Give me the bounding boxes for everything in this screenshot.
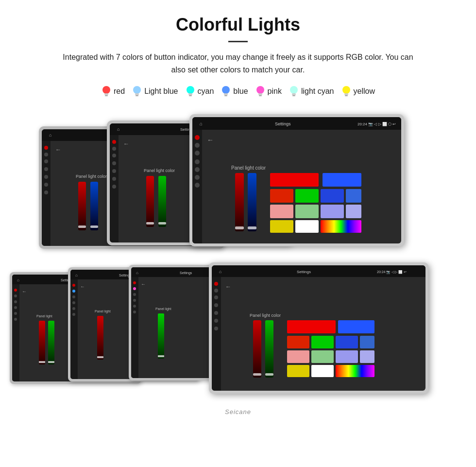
color-item-yellow: yellow xyxy=(341,85,375,98)
svg-point-28 xyxy=(44,153,48,156)
svg-point-147 xyxy=(214,282,218,286)
svg-point-0 xyxy=(102,86,110,94)
svg-point-52 xyxy=(112,185,116,189)
svg-text:Panel light: Panel light xyxy=(155,307,171,311)
svg-text:Settings: Settings xyxy=(275,121,291,126)
svg-point-12 xyxy=(256,86,264,94)
svg-point-46 xyxy=(112,140,116,144)
svg-rect-36 xyxy=(78,182,86,230)
color-item-blue: blue xyxy=(221,85,248,98)
svg-text:←: ← xyxy=(55,146,61,153)
svg-text:⌂: ⌂ xyxy=(117,127,119,132)
svg-rect-169 xyxy=(360,350,374,363)
svg-point-116 xyxy=(72,290,75,293)
svg-rect-89 xyxy=(295,220,319,233)
svg-point-148 xyxy=(214,289,218,293)
color-label-pink: pink xyxy=(268,87,282,96)
svg-rect-162 xyxy=(287,336,309,348)
svg-rect-77 xyxy=(248,226,256,229)
bulb-icon-red xyxy=(101,85,112,98)
svg-rect-82 xyxy=(321,189,344,203)
svg-text:←: ← xyxy=(123,140,129,147)
svg-rect-20 xyxy=(345,95,348,96)
svg-point-33 xyxy=(44,190,48,194)
svg-rect-19 xyxy=(344,93,348,95)
svg-rect-13 xyxy=(258,93,262,95)
svg-rect-159 xyxy=(265,373,273,376)
svg-text:20:24 📷 ◁ ▷ ⬜ ⬡ ↩: 20:24 📷 ◁ ▷ ⬜ ⬡ ↩ xyxy=(357,121,396,126)
svg-point-133 xyxy=(133,293,136,296)
device-3: ⌂ Settings 20:24 📷 ◁ ▷ ⬜ ⬡ ↩ ← Panel lig… xyxy=(189,114,404,246)
svg-text:⌂: ⌂ xyxy=(17,278,19,282)
svg-rect-86 xyxy=(321,205,344,218)
svg-rect-160 xyxy=(287,320,336,333)
svg-rect-83 xyxy=(346,189,361,203)
color-label-lightblue: Light blue xyxy=(144,87,178,96)
svg-text:←: ← xyxy=(207,136,214,144)
svg-point-50 xyxy=(112,169,116,173)
svg-point-68 xyxy=(195,159,200,164)
svg-text:Panel light: Panel light xyxy=(95,310,111,313)
svg-point-3 xyxy=(133,86,141,94)
svg-rect-87 xyxy=(346,205,361,218)
svg-point-18 xyxy=(342,86,350,94)
svg-point-51 xyxy=(112,177,116,181)
svg-point-101 xyxy=(14,312,17,315)
svg-point-9 xyxy=(222,86,230,94)
color-item-lightcyan: light cyan xyxy=(289,85,334,98)
svg-point-67 xyxy=(195,151,200,156)
svg-point-66 xyxy=(195,143,200,148)
bulb-icon-lightblue xyxy=(132,85,142,98)
svg-point-152 xyxy=(214,319,218,323)
svg-point-70 xyxy=(195,175,200,180)
svg-rect-57 xyxy=(146,222,154,225)
svg-point-47 xyxy=(112,147,116,151)
svg-point-15 xyxy=(290,86,298,94)
svg-point-31 xyxy=(44,175,48,179)
svg-rect-2 xyxy=(105,95,108,96)
device-7: ⌂ Settings 20:24 📷 ◁ ▷ ⬜ ↩ ← Panel light… xyxy=(209,262,428,394)
svg-rect-38 xyxy=(78,225,86,228)
svg-text:⌂: ⌂ xyxy=(49,133,51,138)
svg-rect-80 xyxy=(270,189,293,203)
svg-rect-107 xyxy=(39,361,45,363)
color-label-cyan: cyan xyxy=(198,87,214,96)
svg-rect-17 xyxy=(292,95,295,96)
svg-text:⌂: ⌂ xyxy=(136,271,138,275)
svg-text:←: ← xyxy=(22,289,27,294)
svg-rect-114 xyxy=(70,279,78,379)
bulb-icon-lightcyan xyxy=(289,85,299,98)
svg-rect-1 xyxy=(104,93,108,95)
svg-rect-11 xyxy=(224,95,227,96)
svg-rect-161 xyxy=(338,320,374,333)
svg-rect-156 xyxy=(253,320,261,378)
svg-text:Panel light color: Panel light color xyxy=(231,165,266,171)
svg-point-153 xyxy=(214,327,218,330)
subtitle-text: Integrated with 7 colors of button indic… xyxy=(49,51,427,76)
svg-rect-146 xyxy=(212,277,221,391)
bulb-icon-yellow xyxy=(341,85,352,98)
svg-text:←: ← xyxy=(80,284,85,289)
svg-rect-14 xyxy=(259,95,262,96)
svg-point-118 xyxy=(72,301,75,304)
svg-rect-75 xyxy=(248,173,256,231)
svg-text:Panel light: Panel light xyxy=(36,314,52,318)
watermark: Seicane xyxy=(0,408,476,425)
svg-point-151 xyxy=(214,311,218,315)
svg-text:Settings: Settings xyxy=(180,271,192,275)
svg-rect-106 xyxy=(48,321,54,364)
svg-point-132 xyxy=(133,287,136,290)
svg-rect-7 xyxy=(188,93,192,95)
svg-point-27 xyxy=(44,146,48,150)
svg-text:20:24 📷 ◁ ▷ ⬜ ↩: 20:24 📷 ◁ ▷ ⬜ ↩ xyxy=(377,270,407,274)
svg-rect-164 xyxy=(336,336,358,348)
svg-point-136 xyxy=(133,311,136,313)
svg-rect-76 xyxy=(235,226,244,229)
svg-rect-4 xyxy=(135,93,139,95)
svg-rect-78 xyxy=(270,173,319,187)
svg-rect-58 xyxy=(158,222,166,225)
svg-point-71 xyxy=(195,183,200,188)
svg-rect-167 xyxy=(311,350,334,363)
svg-point-119 xyxy=(72,307,75,310)
svg-point-135 xyxy=(133,305,136,308)
